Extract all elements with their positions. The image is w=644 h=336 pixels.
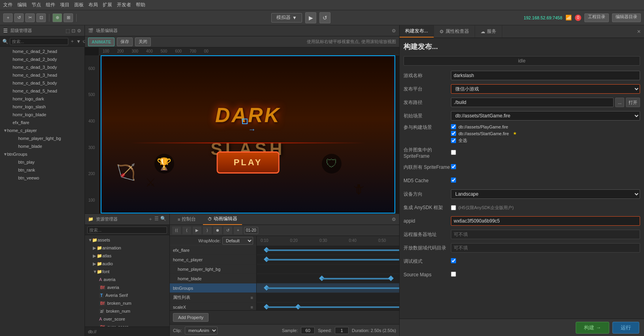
tl-record[interactable]: ⏺ — [213, 227, 222, 234]
assets-atlas[interactable]: ▶ 📁 atlas — [85, 252, 169, 260]
hierarchy-item-15[interactable]: btn_rank — [0, 166, 84, 174]
filter-icon[interactable]: ▼ — [76, 39, 81, 44]
remote-server-input[interactable] — [451, 230, 640, 239]
menu-item-开发者[interactable]: 开发者 — [117, 2, 131, 8]
hierarchy-item-16[interactable]: btn_veewo — [0, 174, 84, 182]
move-btn[interactable]: ⊕ — [53, 13, 62, 22]
select-btn[interactable]: ⊞ — [64, 13, 73, 22]
add-property-button[interactable]: Add Property — [173, 313, 208, 322]
hierarchy-item-7[interactable]: homr_logo_slash — [0, 103, 84, 111]
speed-input[interactable] — [335, 327, 349, 334]
build-button[interactable]: 构建 → — [576, 322, 609, 334]
open-data-input[interactable] — [451, 243, 640, 253]
tl-add-frame[interactable]: + — [234, 227, 242, 234]
hierarchy-item-1[interactable]: home_c_dead_2_body — [0, 55, 84, 63]
debug-checkbox[interactable] — [451, 258, 456, 263]
tl-step-back[interactable]: ⟨⟨ — [172, 227, 181, 234]
sample-input[interactable] — [301, 327, 315, 334]
anim-editor-tab[interactable]: ⏱ 动画编辑器 — [203, 214, 242, 225]
anysdk-checkbox[interactable] — [451, 205, 456, 210]
editor-dir-button[interactable]: 编辑器目录 — [612, 13, 641, 22]
hierarchy-item-13[interactable]: ▼btnGroups — [0, 150, 84, 158]
path-input[interactable] — [451, 98, 614, 107]
track-btngroups[interactable]: btnGroups — [170, 283, 256, 293]
project-dir-button[interactable]: 工程目录 — [584, 13, 609, 22]
hierarchy-settings[interactable]: ⚙ — [77, 28, 81, 34]
close-scene-button[interactable]: 关闭 — [135, 38, 151, 46]
lane-light-bg[interactable] — [257, 264, 399, 274]
assets-action1[interactable]: ＋ — [148, 216, 153, 223]
hierarchy-search-input[interactable] — [10, 38, 68, 45]
console-tab[interactable]: ≡ 控制台 — [173, 214, 201, 225]
hierarchy-item-11[interactable]: home_player_light_bg — [0, 134, 84, 142]
lane-btngroups[interactable] — [257, 283, 399, 293]
kf-blade-2[interactable] — [388, 276, 394, 281]
tl-next-frame[interactable]: ⟩ — [203, 227, 212, 234]
assets-over-score2[interactable]: Bf over_score — [85, 323, 169, 327]
hierarchy-action1[interactable]: ⬚ — [66, 28, 70, 34]
select-all-checkbox[interactable] — [451, 138, 456, 143]
lane-efx-flare[interactable] — [257, 245, 399, 255]
menu-item-项目[interactable]: 项目 — [60, 2, 69, 8]
assets-broken-num2[interactable]: z/ broken_num — [85, 307, 169, 315]
selection-handle[interactable] — [242, 119, 248, 124]
lane-scalex[interactable] — [257, 302, 399, 310]
props-menu[interactable]: ≡ — [251, 295, 253, 300]
menu-item-布局[interactable]: 布局 — [88, 2, 98, 8]
assets-broken-num1[interactable]: Bf broken_num — [85, 299, 169, 307]
hierarchy-action2[interactable]: ⊡ — [71, 28, 75, 34]
hierarchy-item-14[interactable]: btn_play — [0, 158, 84, 166]
scene-settings[interactable]: ⚙ — [392, 28, 396, 34]
menu-item-帮助[interactable]: 帮助 — [136, 2, 145, 8]
hierarchy-item-12[interactable]: home_blade — [0, 142, 84, 150]
refresh-btn[interactable]: ↺ — [14, 13, 24, 22]
hierarchy-item-5[interactable]: home_c_dead_5_head — [0, 87, 84, 95]
game-name-input[interactable] — [451, 71, 640, 80]
inline-sprite-checkbox[interactable] — [451, 164, 456, 169]
track-scalex[interactable]: scaleX ≡ — [170, 302, 256, 310]
lane-props[interactable] — [257, 293, 399, 302]
reload-button[interactable]: ↺ — [319, 12, 330, 23]
panel-close-btn[interactable]: ✕ — [637, 29, 641, 34]
hierarchy-item-8[interactable]: homr_logo_blade — [0, 111, 84, 119]
save-scene-button[interactable]: 保存 — [117, 38, 133, 46]
track-efx-flare[interactable]: efx_flare — [170, 245, 256, 255]
track-home-blade[interactable]: home_blade — [170, 274, 256, 283]
lane-home-player[interactable] — [257, 255, 399, 264]
tl-loop[interactable]: ↺ — [223, 227, 232, 234]
simulate-button[interactable]: 模拟器 ▼ — [271, 13, 302, 23]
menu-item-文件[interactable]: 文件 — [3, 2, 13, 8]
assets-averia-serif[interactable]: T Averia Serif — [85, 291, 169, 299]
source-maps-checkbox[interactable] — [451, 272, 456, 277]
menu-item-编辑[interactable]: 编辑 — [17, 2, 27, 8]
add-node-icon[interactable]: ＋ — [70, 38, 75, 45]
run-button[interactable]: 运行 — [612, 322, 639, 334]
assets-search-btn[interactable]: 🔍 — [160, 216, 166, 223]
add-btn[interactable]: ＋ — [3, 13, 13, 22]
scene-startgame-checkbox[interactable] — [451, 131, 456, 136]
scalex-menu[interactable]: ≡ — [251, 305, 253, 310]
play-game-button[interactable]: PLAY — [217, 151, 280, 174]
lane-blade[interactable] — [257, 274, 399, 283]
orientation-select[interactable]: Landscape Portrait — [451, 189, 640, 199]
tab-service[interactable]: ☁ 服务 — [475, 25, 502, 38]
initial-scene-select[interactable]: db://assets/StartGame.fire — [451, 111, 640, 121]
tl-prev-frame[interactable]: ⟨ — [182, 227, 191, 234]
hierarchy-item-6[interactable]: homr_logo_dark — [0, 95, 84, 103]
tab-build[interactable]: 构建发布... — [400, 25, 434, 38]
hierarchy-item-4[interactable]: home_c_dead_5_body — [0, 79, 84, 87]
path-browse-btn[interactable]: ... — [615, 98, 624, 107]
cut-btn[interactable]: ✂ — [25, 13, 35, 22]
assets-font[interactable]: ▼ 📁 font — [85, 268, 169, 276]
assets-root-item[interactable]: ▼ 📁 assets — [85, 236, 169, 244]
track-home-player[interactable]: home_c_player — [170, 255, 256, 264]
copy-btn[interactable]: ⊡ — [36, 13, 46, 22]
hierarchy-item-9[interactable]: efx_flare — [0, 119, 84, 126]
md5-checkbox[interactable] — [451, 177, 456, 183]
assets-action2[interactable]: ☰ — [154, 216, 159, 223]
hierarchy-item-3[interactable]: home_c_dead_3_head — [0, 71, 84, 79]
platform-select[interactable]: 微信小游戏 Web Mobile Web Desktop Android iOS — [451, 84, 640, 94]
assets-search-input[interactable] — [87, 227, 167, 234]
wrapmode-select[interactable]: Default Normal Loop PingPong — [222, 237, 253, 245]
menu-item-面板[interactable]: 面板 — [74, 2, 84, 8]
